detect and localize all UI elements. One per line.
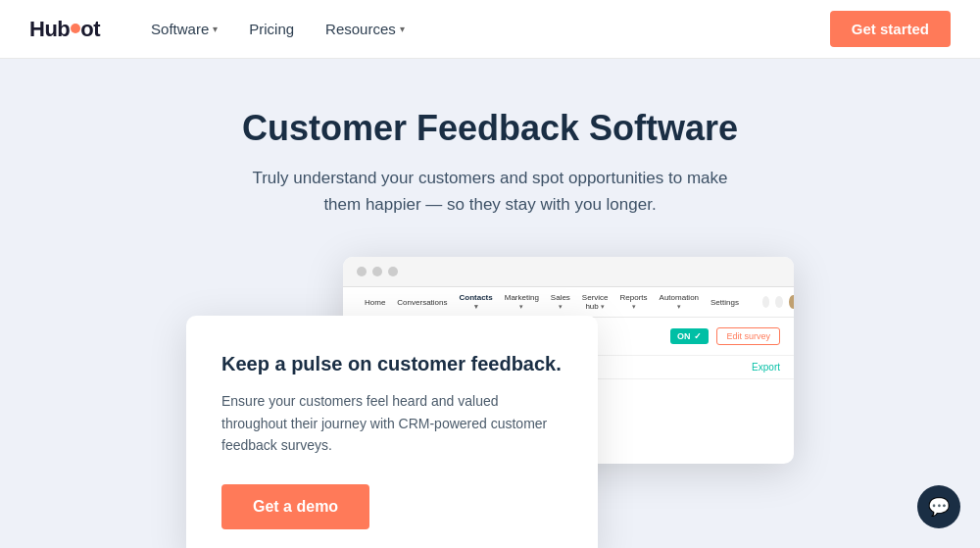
mini-nav-service: Service hub ▾ [582,293,609,311]
chat-bubble[interactable]: 💬 [917,485,960,528]
card-description: Ensure your customers feel heard and val… [221,390,563,456]
mini-nav-settings: Settings [710,298,739,307]
check-icon: ✓ [694,331,702,341]
bell-icon-mini [775,296,782,308]
nav-pricing-label: Pricing [249,21,294,37]
mini-nav-icons: The Midnight Society ▾ [762,295,794,309]
avatar-mini [789,295,794,309]
mini-navbar: Home Conversations Contacts ▾ Marketing … [343,287,794,318]
mini-nav-automation: Automation ▾ [660,293,699,311]
chat-icon: 💬 [928,496,950,518]
edit-survey-button[interactable]: Edit survey [716,327,780,345]
hero-section: Customer Feedback Software Truly underst… [0,59,980,548]
logo-dot [71,24,80,33]
browser-dot-yellow [372,267,382,276]
get-demo-button[interactable]: Get a demo [221,484,369,529]
nav-links: Software ▾ Pricing Resources ▾ [139,15,830,43]
logo[interactable]: Hubot [29,17,100,42]
get-started-button[interactable]: Get started [830,11,951,47]
hero-title: Customer Feedback Software [29,108,951,149]
nav-software[interactable]: Software ▾ [139,15,229,43]
browser-dot-green [388,267,398,276]
mini-nav-contacts: Contacts ▾ [459,293,492,311]
logo-text: Hubot [29,17,100,42]
floating-card: Keep a pulse on customer feedback. Ensur… [186,316,598,548]
chevron-down-icon-2: ▾ [400,24,405,34]
mini-nav-sales: Sales ▾ [551,293,570,311]
browser-dot-red [357,267,367,276]
browser-topbar [343,257,794,287]
card-title: Keep a pulse on customer feedback. [221,351,563,376]
nav-resources-label: Resources [325,21,396,37]
demo-container: Keep a pulse on customer feedback. Ensur… [186,257,794,464]
search-icon-mini [762,296,769,308]
mini-nav-marketing: Marketing ▾ [505,293,539,311]
chevron-down-icon: ▾ [213,24,218,34]
nav-pricing[interactable]: Pricing [237,15,306,43]
mini-nav-reports: Reports ▾ [620,293,648,311]
export-link[interactable]: Export [752,362,780,373]
mini-nav-home: Home [365,298,385,307]
nav-resources[interactable]: Resources ▾ [314,15,416,43]
navbar: Hubot Software ▾ Pricing Resources ▾ Get… [0,0,980,59]
nav-software-label: Software [151,21,209,37]
survey-toggle[interactable]: ON ✓ [670,328,710,344]
toggle-label: ON [677,331,691,341]
mini-nav-conversations: Conversations [397,298,447,307]
hero-subtitle: Truly understand your customers and spot… [235,165,745,218]
